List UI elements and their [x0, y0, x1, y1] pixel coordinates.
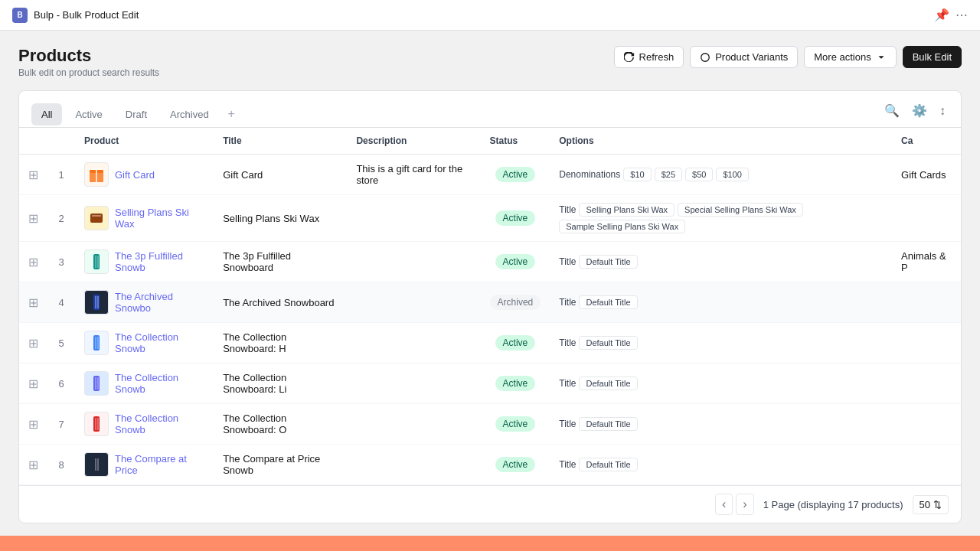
search-button[interactable]: 🔍 [881, 100, 903, 121]
category-cell [892, 195, 961, 242]
product-thumbnail [84, 290, 109, 315]
tab-active[interactable]: Active [65, 103, 112, 126]
product-link[interactable]: The Collection Snowb [115, 412, 204, 435]
drag-handle[interactable]: ⊞ [19, 404, 47, 445]
drag-handle[interactable]: ⊞ [19, 323, 47, 364]
option-tag: Default Title [579, 417, 637, 431]
row-number: 3 [47, 242, 75, 282]
title-cell: The Collection Snowboard: O [214, 404, 347, 445]
option-tag: $50 [685, 168, 713, 181]
options-cell: TitleDefault Title [550, 445, 892, 485]
col-description: Description [347, 128, 480, 155]
product-link[interactable]: The 3p Fulfilled Snowb [115, 250, 204, 273]
per-page-select[interactable]: 50 ⇅ [913, 495, 949, 514]
product-link[interactable]: The Collection Snowb [115, 372, 204, 395]
top-bar-left: B Bulp - Bulk Product Edit [12, 8, 139, 23]
status-cell: Active [481, 404, 550, 445]
product-thumbnail [84, 206, 109, 230]
svg-rect-16 [95, 377, 96, 390]
option-label: Title [559, 419, 576, 429]
product-thumbnail [84, 452, 109, 477]
table-row: ⊞3 The 3p Fulfilled Snowb The 3p Fulfill… [19, 242, 961, 282]
title-cell: The Collection Snowboard: H [214, 323, 347, 364]
refresh-icon [624, 52, 635, 63]
product-link[interactable]: Selling Plans Ski Wax [115, 207, 204, 230]
table-row: ⊞7 The Collection Snowb The Collection S… [19, 404, 961, 445]
table-row: ⊞8 The Compare at Price The Compare at P… [19, 445, 961, 485]
drag-handle[interactable]: ⊞ [19, 155, 47, 195]
svg-rect-19 [95, 418, 96, 430]
option-label: Title [559, 459, 576, 470]
product-link[interactable]: Gift Card [115, 169, 155, 181]
svg-rect-10 [95, 296, 96, 308]
drag-handle[interactable]: ⊞ [19, 242, 47, 282]
svg-rect-4 [90, 214, 103, 223]
category-cell [892, 445, 961, 485]
category-cell: Gift Cards [892, 155, 961, 195]
category-cell [892, 404, 961, 445]
tabs-row: All Active Draft Archived + 🔍 ⚙️ ↕️ [19, 91, 961, 128]
tab-all[interactable]: All [31, 103, 62, 126]
page-title: Products [18, 46, 159, 66]
col-product: Product [75, 128, 214, 155]
drag-handle[interactable]: ⊞ [19, 282, 47, 323]
sort-button[interactable]: ↕️ [936, 101, 949, 121]
next-page-button[interactable]: › [736, 494, 753, 515]
svg-rect-20 [97, 418, 99, 430]
options-cell: TitleDefault Title [550, 282, 892, 323]
product-link[interactable]: The Compare at Price [115, 453, 204, 476]
page-subtitle: Bulk edit on product search results [18, 67, 159, 78]
col-title: Title [214, 128, 347, 155]
options-cell: TitleDefault Title [550, 242, 892, 282]
products-table: Product Title Description Status Options… [19, 128, 961, 485]
description-cell [347, 195, 480, 242]
description-cell [347, 323, 480, 364]
status-badge: Active [495, 167, 536, 182]
option-tag: Default Title [579, 458, 637, 471]
options-cell: TitleDefault Title [550, 404, 892, 445]
table-row: ⊞5 The Collection Snowb The Collection S… [19, 323, 961, 364]
title-cell: Selling Plans Ski Wax [214, 195, 347, 242]
option-tag: Default Title [579, 336, 637, 350]
description-cell: This is a gift card for the store [347, 155, 480, 195]
status-cell: Archived [481, 282, 550, 323]
col-status: Status [481, 128, 550, 155]
status-cell: Active [481, 242, 550, 282]
svg-point-0 [701, 53, 710, 61]
product-variants-button[interactable]: Product Variants [690, 46, 798, 68]
drag-handle[interactable]: ⊞ [19, 195, 47, 242]
products-table-wrap: Product Title Description Status Options… [19, 128, 961, 485]
bulk-edit-button[interactable]: Bulk Edit [903, 46, 962, 68]
product-thumbnail [84, 249, 109, 274]
filter-button[interactable]: ⚙️ [909, 100, 930, 121]
status-cell: Active [481, 155, 550, 195]
option-label: Title [559, 337, 576, 348]
row-number: 1 [47, 155, 75, 195]
drag-handle[interactable]: ⊞ [19, 445, 47, 485]
refresh-button[interactable]: Refresh [614, 46, 684, 68]
col-options: Options [550, 128, 892, 155]
description-cell [347, 404, 480, 445]
option-tag: $10 [623, 168, 651, 181]
tab-draft[interactable]: Draft [116, 103, 157, 126]
title-cell: The Archived Snowboard [214, 282, 347, 323]
more-icon[interactable]: ⋯ [956, 8, 968, 22]
option-tag: Sample Selling Plans Ski Wax [559, 220, 685, 233]
svg-rect-22 [95, 458, 96, 471]
product-cell: The Compare at Price [75, 445, 214, 485]
product-link[interactable]: The Archived Snowbo [115, 291, 204, 314]
drag-handle[interactable]: ⊞ [19, 364, 47, 404]
more-actions-button[interactable]: More actions [804, 46, 896, 68]
option-label: Title [559, 256, 576, 267]
status-badge: Active [495, 254, 536, 269]
prev-page-button[interactable]: ‹ [715, 494, 733, 515]
tab-archived[interactable]: Archived [160, 103, 219, 126]
title-cell: Gift Card [214, 155, 347, 195]
status-badge: Active [495, 376, 536, 391]
product-link[interactable]: The Collection Snowb [115, 331, 204, 354]
option-tag: Default Title [579, 295, 637, 309]
tab-add-button[interactable]: + [222, 104, 241, 124]
pin-icon[interactable]: 📌 [934, 8, 949, 22]
svg-rect-5 [92, 215, 101, 217]
option-label: Title [559, 297, 576, 308]
